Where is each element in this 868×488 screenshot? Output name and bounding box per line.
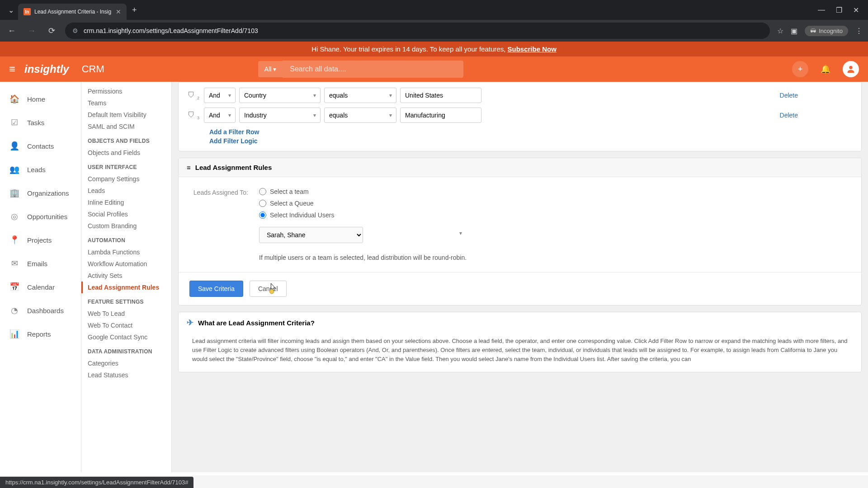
field-select[interactable]: Country <box>239 88 321 103</box>
logic-select[interactable]: And <box>204 108 236 123</box>
operator-select[interactable]: equals <box>324 108 396 123</box>
settings-item[interactable]: Teams <box>81 97 171 109</box>
settings-section: OBJECTS AND FIELDS <box>81 132 171 147</box>
nav-item-dashboards[interactable]: ◔Dashboards <box>0 299 81 322</box>
settings-item[interactable]: Web To Contact <box>81 319 171 331</box>
add-button[interactable]: + <box>792 61 808 77</box>
hamburger-icon[interactable]: ≡ <box>9 63 15 75</box>
app-name: CRM <box>82 63 104 75</box>
site-settings-icon[interactable]: ⚙ <box>72 27 78 34</box>
add-filter-logic-link[interactable]: Add Filter Logic <box>209 136 852 145</box>
radio-input[interactable] <box>259 188 266 195</box>
trial-text: Hi Shane. Your trial expires in 14 days.… <box>311 45 507 53</box>
settings-item[interactable]: Default Item Visibility <box>81 109 171 121</box>
search-scope-dropdown[interactable]: All ▾ <box>258 61 283 77</box>
delete-link[interactable]: Delete <box>780 112 798 119</box>
minimize-icon[interactable]: — <box>818 6 825 14</box>
settings-item[interactable]: Lead Statuses <box>81 369 171 381</box>
delete-link[interactable]: Delete <box>780 92 798 99</box>
radio-input[interactable] <box>259 200 266 207</box>
url-bar[interactable]: ⚙ crm.na1.insightly.com/settings/LeadAss… <box>65 23 770 39</box>
bookmark-icon[interactable]: ☆ <box>777 27 783 35</box>
rules-title: Lead Assignment Rules <box>195 164 272 171</box>
settings-item[interactable]: Objects and Fields <box>81 147 171 159</box>
logic-select[interactable]: And <box>204 88 236 103</box>
help-body: Lead assignment criteria will filter inc… <box>179 333 861 372</box>
menu-icon[interactable]: ⋮ <box>855 27 863 35</box>
leads-icon: 👥 <box>9 164 20 175</box>
incognito-badge[interactable]: 🕶 Incognito <box>805 26 848 36</box>
settings-item[interactable]: Categories <box>81 357 171 369</box>
settings-item[interactable]: Lambda Functions <box>81 246 171 258</box>
settings-nav: PermissionsTeamsDefault Item VisibilityS… <box>81 82 172 472</box>
settings-item[interactable]: Google Contact Sync <box>81 331 171 343</box>
browser-tab-bar: ⌄ In Lead Assignment Criteria - Insig ✕ … <box>0 0 868 20</box>
nav-item-calendar[interactable]: 📅Calendar <box>0 275 81 299</box>
nav-item-contacts[interactable]: 👤Contacts <box>0 134 81 158</box>
help-header: ✈ What are Lead Assignment Criteria? <box>179 312 861 333</box>
filter-icon: ⛉3 <box>188 111 200 119</box>
settings-section: USER INTERFACE <box>81 159 171 173</box>
save-button[interactable]: Save Criteria <box>189 281 243 297</box>
logo[interactable]: insightly <box>24 63 69 75</box>
tasks-icon: ☑ <box>9 117 20 128</box>
settings-item[interactable]: Custom Branding <box>81 220 171 232</box>
url-text: crm.na1.insightly.com/settings/LeadAssig… <box>84 27 258 34</box>
cancel-button[interactable]: Cancel <box>250 281 287 297</box>
incognito-label: Incognito <box>819 28 843 34</box>
nav-label: Tasks <box>27 119 44 127</box>
settings-item[interactable]: Activity Sets <box>81 270 171 282</box>
round-robin-note: If multiple users or a team is selected,… <box>259 254 467 261</box>
settings-item[interactable]: Social Profiles <box>81 208 171 220</box>
address-bar: ← → ⟳ ⚙ crm.na1.insightly.com/settings/L… <box>0 20 868 42</box>
browser-tab[interactable]: In Lead Assignment Criteria - Insig ✕ <box>18 4 127 20</box>
settings-item[interactable]: Workflow Automation <box>81 258 171 270</box>
back-button[interactable]: ← <box>5 24 18 37</box>
nav-label: Calendar <box>27 283 55 291</box>
nav-item-organizations[interactable]: 🏢Organizations <box>0 181 81 205</box>
notifications-icon[interactable]: 🔔 <box>817 61 834 77</box>
nav-item-projects[interactable]: 📍Projects <box>0 228 81 252</box>
add-filter-row-link[interactable]: Add a Filter Row <box>209 127 852 136</box>
maximize-icon[interactable]: ❐ <box>836 6 842 14</box>
nav-item-home[interactable]: 🏠Home <box>0 87 81 111</box>
radio-label: Select Individual Users <box>270 211 334 219</box>
close-window-icon[interactable]: ✕ <box>853 6 859 14</box>
settings-item[interactable]: Lead Assignment Rules <box>81 282 171 293</box>
value-input[interactable] <box>400 108 481 123</box>
new-tab-button[interactable]: + <box>132 5 137 15</box>
avatar[interactable] <box>843 61 859 77</box>
search-input[interactable] <box>283 61 463 78</box>
tab-title: Lead Assignment Criteria - Insig <box>34 9 112 15</box>
field-select[interactable]: Industry <box>239 108 321 123</box>
value-input[interactable] <box>400 88 481 103</box>
nav-item-leads[interactable]: 👥Leads <box>0 158 81 181</box>
nav-label: Dashboards <box>27 307 64 314</box>
subscribe-link[interactable]: Subscribe Now <box>507 45 556 53</box>
settings-item[interactable]: Web To Lead <box>81 308 171 319</box>
radio-option[interactable]: Select a team <box>259 188 467 195</box>
nav-item-emails[interactable]: ✉Emails <box>0 252 81 275</box>
tab-search-dropdown[interactable]: ⌄ <box>4 4 18 16</box>
settings-item[interactable]: Permissions <box>81 85 171 97</box>
settings-item[interactable]: Company Settings <box>81 173 171 185</box>
nav-label: Home <box>27 95 45 103</box>
radio-input[interactable] <box>259 211 266 219</box>
radio-option[interactable]: Select Individual Users <box>259 211 467 219</box>
user-select[interactable]: Sarah, Shane <box>259 227 363 243</box>
nav-item-reports[interactable]: 📊Reports <box>0 322 81 346</box>
settings-item[interactable]: SAML and SCIM <box>81 121 171 132</box>
settings-item[interactable]: Leads <box>81 185 171 197</box>
svg-point-0 <box>849 66 852 69</box>
forward-button[interactable]: → <box>25 24 38 37</box>
radio-option[interactable]: Select a Queue <box>259 200 467 207</box>
reload-button[interactable]: ⟳ <box>45 24 58 37</box>
settings-item[interactable]: Inline Editing <box>81 197 171 208</box>
nav-item-opportunities[interactable]: ◎Opportunities <box>0 205 81 228</box>
content-area: ⛉2 And Country equals Delete ⛉3 And Indu… <box>172 82 868 472</box>
tab-close-icon[interactable]: ✕ <box>116 8 121 15</box>
operator-select[interactable]: equals <box>324 88 396 103</box>
side-panel-icon[interactable]: ▣ <box>791 27 797 35</box>
nav-item-tasks[interactable]: ☑Tasks <box>0 111 81 134</box>
app-header: ≡ insightly CRM All ▾ + 🔔 <box>0 56 868 82</box>
